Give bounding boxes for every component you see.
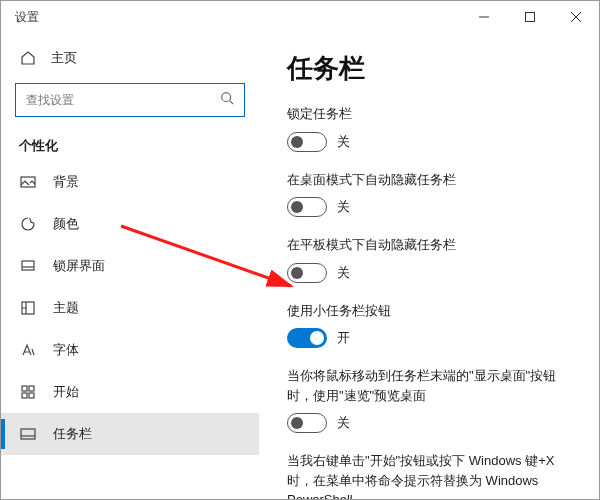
sidebar-item-background[interactable]: 背景 [1, 161, 259, 203]
sidebar-item-fonts[interactable]: 字体 [1, 329, 259, 371]
sidebar-item-home[interactable]: 主页 [1, 41, 259, 75]
palette-icon [19, 215, 37, 233]
svg-rect-13 [29, 393, 34, 398]
toggle-state: 关 [337, 133, 350, 151]
sidebar-item-label: 开始 [53, 383, 79, 401]
section-title: 个性化 [1, 127, 259, 161]
minimize-button[interactable] [461, 1, 507, 33]
toggle-lock-taskbar[interactable] [287, 132, 327, 152]
svg-rect-1 [526, 13, 535, 22]
sidebar-item-label: 锁屏界面 [53, 257, 105, 275]
home-label: 主页 [51, 49, 77, 67]
svg-line-5 [230, 101, 234, 105]
sidebar-item-label: 主题 [53, 299, 79, 317]
svg-point-4 [222, 93, 231, 102]
svg-rect-11 [29, 386, 34, 391]
toggle-small-buttons[interactable] [287, 328, 327, 348]
setting-label: 在桌面模式下自动隐藏任务栏 [287, 170, 571, 190]
setting-label: 当你将鼠标移动到任务栏末端的"显示桌面"按钮时，使用"速览"预览桌面 [287, 366, 571, 405]
toggle-state: 关 [337, 414, 350, 432]
setting-label: 使用小任务栏按钮 [287, 301, 571, 321]
svg-rect-7 [22, 261, 34, 270]
svg-rect-10 [22, 386, 27, 391]
search-icon [220, 91, 234, 109]
home-icon [19, 49, 37, 67]
start-icon [19, 383, 37, 401]
sidebar-item-taskbar[interactable]: 任务栏 [1, 413, 259, 455]
toggle-peek-desktop[interactable] [287, 413, 327, 433]
sidebar-item-themes[interactable]: 主题 [1, 287, 259, 329]
setting-label: 在平板模式下自动隐藏任务栏 [287, 235, 571, 255]
svg-rect-12 [22, 393, 27, 398]
maximize-button[interactable] [507, 1, 553, 33]
sidebar-item-label: 背景 [53, 173, 79, 191]
sidebar-item-label: 颜色 [53, 215, 79, 233]
close-button[interactable] [553, 1, 599, 33]
setting-label: 锁定任务栏 [287, 104, 571, 124]
theme-icon [19, 299, 37, 317]
toggle-autohide-tablet[interactable] [287, 263, 327, 283]
toggle-state: 关 [337, 198, 350, 216]
font-icon [19, 341, 37, 359]
page-title: 任务栏 [287, 51, 571, 86]
picture-icon [19, 173, 37, 191]
search-box[interactable] [15, 83, 245, 117]
toggle-autohide-desktop[interactable] [287, 197, 327, 217]
lockscreen-icon [19, 257, 37, 275]
sidebar-item-lockscreen[interactable]: 锁屏界面 [1, 245, 259, 287]
sidebar-item-start[interactable]: 开始 [1, 371, 259, 413]
sidebar-item-label: 任务栏 [53, 425, 92, 443]
svg-rect-14 [21, 429, 35, 439]
taskbar-icon [19, 425, 37, 443]
search-input[interactable] [26, 93, 220, 107]
sidebar-item-colors[interactable]: 颜色 [1, 203, 259, 245]
window-title: 设置 [15, 9, 461, 26]
sidebar-item-label: 字体 [53, 341, 79, 359]
toggle-state: 关 [337, 264, 350, 282]
toggle-state: 开 [337, 329, 350, 347]
setting-label: 当我右键单击"开始"按钮或按下 Windows 键+X 时，在菜单中将命令提示符… [287, 451, 571, 499]
